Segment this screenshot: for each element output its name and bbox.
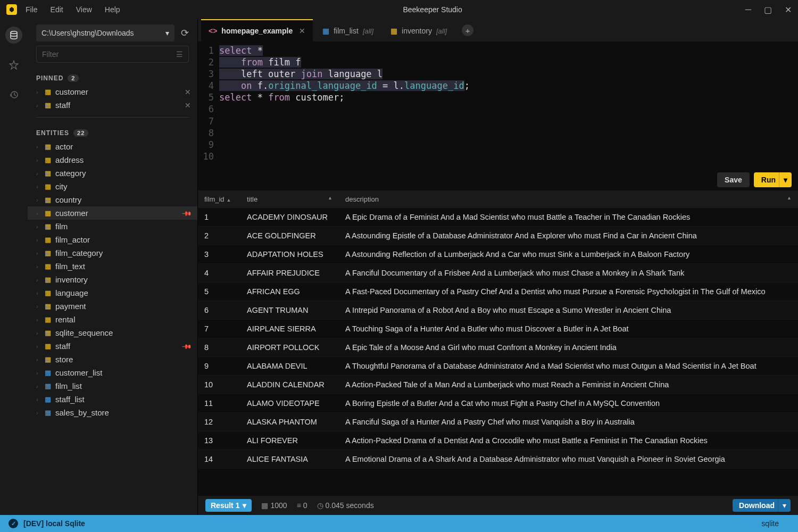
filter-input[interactable]: Filter ☰ — [36, 46, 189, 63]
entity-item[interactable]: › ▦ sqlite_sequence — [28, 326, 197, 339]
entity-item[interactable]: › ▦ actor — [28, 140, 197, 153]
result-tab-button[interactable]: Result 1▾ — [205, 499, 252, 512]
table-icon: ▦ — [45, 196, 52, 204]
add-tab-button[interactable]: + — [462, 24, 473, 36]
table-icon: ▦ — [45, 276, 52, 284]
entity-label: film_actor — [55, 235, 90, 244]
sql-editor[interactable]: 1select *2 from film f3 left outer join … — [198, 41, 798, 169]
table-icon: ▦ — [45, 315, 52, 323]
entity-item[interactable]: › ▦ film_category — [28, 246, 197, 260]
save-button[interactable]: Save — [717, 172, 750, 187]
pinned-header: PINNED 2 — [28, 68, 197, 85]
menu-view[interactable]: View — [76, 5, 92, 14]
menu-file[interactable]: File — [26, 5, 38, 14]
entity-item[interactable]: › ▦ film_text — [28, 260, 197, 273]
entity-item[interactable]: › ▦ country — [28, 193, 197, 206]
unpin-icon[interactable]: ✕ — [185, 88, 191, 96]
download-dropdown[interactable]: ▾ — [778, 499, 791, 512]
entity-label: film_list — [55, 381, 82, 390]
result-row[interactable]: 10ALADDIN CALENDARA Action-Packed Tale o… — [198, 376, 798, 394]
entity-item[interactable]: › ▦ inventory — [28, 273, 197, 286]
result-row[interactable]: 1ACADEMY DINOSAURA Epic Drama of a Femin… — [198, 208, 798, 227]
entity-item[interactable]: › ▦ city — [28, 180, 197, 193]
entity-item[interactable]: › ▦ store — [28, 353, 197, 366]
download-button[interactable]: Download — [733, 499, 781, 512]
result-row[interactable]: 3ADAPTATION HOLESA Astounding Reflection… — [198, 245, 798, 264]
result-row[interactable]: 6AGENT TRUMANA Intrepid Panorama of a Ro… — [198, 301, 798, 320]
view-icon: ▦ — [45, 409, 52, 417]
entity-item[interactable]: › ▦ rental — [28, 313, 197, 326]
results-header: film_id▲ title▲ description▲ — [198, 190, 798, 208]
result-row[interactable]: 14ALICE FANTASIAA Emotional Drama of a A… — [198, 450, 798, 469]
refresh-icon[interactable]: ⟳ — [179, 25, 191, 41]
window-minimize-icon[interactable]: ─ — [745, 5, 751, 15]
run-dropdown[interactable]: ▾ — [779, 172, 792, 187]
entity-item[interactable]: › ▦ customer📌 — [28, 206, 197, 220]
entity-item[interactable]: › ▦ film — [28, 220, 197, 233]
result-row[interactable]: 12ALASKA PHANTOMA Fanciful Saga of a Hun… — [198, 413, 798, 431]
editor-tab[interactable]: <>homepage_example✕ — [201, 19, 313, 41]
close-tab-icon[interactable]: ✕ — [299, 27, 305, 35]
unpin-icon[interactable]: ✕ — [185, 101, 191, 110]
table-icon: ▦ — [45, 143, 52, 151]
entity-label: category — [55, 169, 86, 178]
menu-help[interactable]: Help — [105, 5, 120, 14]
pin-icon: 📌 — [181, 207, 193, 219]
view-icon: ▦ — [45, 369, 52, 377]
chevron-right-icon: › — [36, 356, 41, 363]
entity-label: film — [55, 222, 68, 231]
entity-item[interactable]: › ▦ language — [28, 286, 197, 300]
history-icon[interactable] — [5, 86, 22, 103]
entity-item[interactable]: › ▦ address — [28, 153, 197, 167]
titlebar: File Edit View Help Beekeeper Studio ─ ▢… — [0, 0, 798, 19]
window-maximize-icon[interactable]: ▢ — [764, 5, 772, 15]
window-close-icon[interactable]: ✕ — [785, 5, 792, 15]
tab-label: inventory — [402, 27, 432, 35]
result-row[interactable]: 9ALABAMA DEVILA Thoughtful Panorama of a… — [198, 357, 798, 376]
table-icon: ▦ — [45, 262, 52, 270]
chevron-right-icon: › — [36, 343, 41, 350]
entity-label: country — [55, 195, 81, 204]
entity-item[interactable]: › ▦ customer_list — [28, 366, 197, 379]
status-bar: ✓ [DEV] local Sqlite sqlite — [0, 515, 798, 532]
result-row[interactable]: 2ACE GOLDFINGERA Astounding Epistle of a… — [198, 227, 798, 245]
entity-item[interactable]: › ▦ film_list — [28, 379, 197, 393]
entity-item[interactable]: › ▦ film_actor — [28, 233, 197, 246]
entity-label: sqlite_sequence — [55, 328, 113, 337]
chevron-right-icon: › — [36, 144, 41, 150]
chevron-right-icon: › — [36, 170, 41, 177]
entity-item[interactable]: › ▦ payment — [28, 300, 197, 313]
result-row[interactable]: 7AIRPLANE SIERRAA Touching Saga of a Hun… — [198, 320, 798, 338]
entity-label: staff — [55, 101, 70, 110]
connection-selector[interactable]: C:\Users\ghstng\Downloads ▾ — [36, 24, 174, 41]
window-title: Beekeeper Studio — [120, 5, 745, 14]
result-row[interactable]: 13ALI FOREVERA Action-Packed Drama of a … — [198, 431, 798, 450]
chevron-right-icon: › — [36, 197, 41, 203]
result-row[interactable]: 11ALAMO VIDEOTAPEA Boring Epistle of a B… — [198, 394, 798, 413]
pinned-item[interactable]: › ▦ staff ✕ — [28, 98, 197, 112]
entity-item[interactable]: › ▦ staff📌 — [28, 339, 197, 353]
sidebar: C:\Users\ghstng\Downloads ▾ ⟳ Filter ☰ P… — [28, 19, 198, 515]
result-row[interactable]: 5AFRICAN EGGA Fast-Paced Documentary of … — [198, 282, 798, 301]
chevron-right-icon: › — [36, 250, 41, 256]
result-row[interactable]: 8AIRPORT POLLOCKA Epic Tale of a Moose A… — [198, 338, 798, 357]
pinned-item[interactable]: › ▦ customer ✕ — [28, 85, 197, 98]
table-icon: ▦ — [45, 182, 52, 190]
database-icon[interactable] — [5, 27, 22, 44]
table-icon: ▦ — [45, 329, 52, 337]
menu-edit[interactable]: Edit — [51, 5, 63, 14]
entity-item[interactable]: › ▦ category — [28, 167, 197, 180]
chevron-right-icon: › — [36, 184, 41, 190]
table-icon: ▦ — [390, 27, 397, 35]
entity-item[interactable]: › ▦ staff_list — [28, 393, 197, 406]
results-footer: Result 1▾ ▦1000 ≡0 ◷0.045 seconds Downlo… — [198, 496, 798, 515]
result-row[interactable]: 4AFFAIR PREJUDICEA Fanciful Documentary … — [198, 264, 798, 282]
results-grid[interactable]: 1ACADEMY DINOSAURA Epic Drama of a Femin… — [198, 208, 798, 496]
editor-tab[interactable]: ▦inventory[all] — [383, 19, 454, 41]
activity-bar — [0, 19, 28, 515]
filter-options-icon[interactable]: ☰ — [176, 50, 183, 59]
star-icon[interactable] — [5, 56, 22, 73]
table-icon: ▦ — [45, 342, 52, 350]
editor-tab[interactable]: ▦film_list[all] — [315, 19, 381, 41]
entity-item[interactable]: › ▦ sales_by_store — [28, 406, 197, 419]
